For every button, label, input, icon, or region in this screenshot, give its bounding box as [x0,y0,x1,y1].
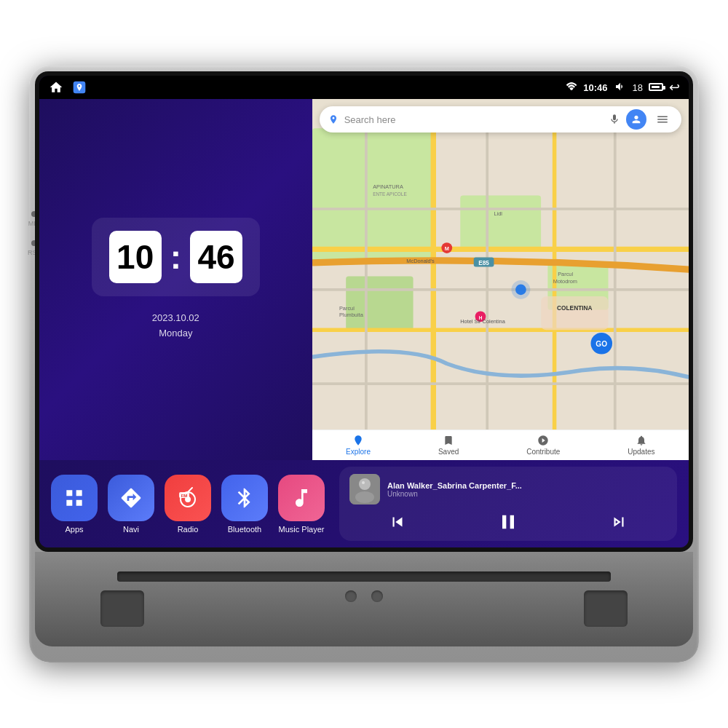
hw-btn-2 [371,590,383,602]
map-search-bar[interactable]: Search here [320,106,681,132]
clock-hours-block: 10 [109,231,162,283]
radio-icon-bubble: FM [165,475,211,521]
apps-label: Apps [65,525,83,534]
next-button[interactable] [609,513,628,531]
svg-text:GO: GO [596,340,607,348]
navi-icon-bubble [108,475,154,521]
clock-hours: 10 [116,240,154,274]
apps-icon-item[interactable]: Apps [51,475,98,534]
clock-widget: 10 : 46 [92,218,260,296]
hardware-buttons-row [100,590,627,627]
svg-point-35 [362,481,365,484]
apps-icon-bubble [51,475,98,521]
radio-icon-item[interactable]: FM Radio [165,475,211,534]
left-bracket [100,590,144,627]
music-icon-bubble [278,475,325,521]
hw-btn-1 [345,590,357,602]
svg-text:Motodrom: Motodrom [553,278,577,285]
music-icon-item[interactable]: Music Player [278,475,325,534]
map-tab-saved[interactable]: Saved [438,435,459,456]
time-display: 10:46 [583,82,607,93]
status-right: 10:46 18 ↩ [566,79,680,95]
date-display: 2023.10.02 Monday [152,311,199,341]
music-info: Alan Walker_Sabrina Carpenter_F... Unkno… [349,474,667,505]
music-title: Alan Walker_Sabrina Carpenter_F... [387,481,667,490]
bluetooth-label: Bluetooth [228,525,261,534]
explore-tab-label: Explore [346,448,371,456]
music-artist: Unknown [387,490,667,498]
svg-line-29 [188,488,192,492]
left-panel: 10 : 46 2023.10.02 Monday [39,99,312,460]
screen-bezel: 10:46 18 ↩ [35,71,693,552]
map-search-text: Search here [344,114,603,125]
right-bracket [584,590,628,627]
google-maps-pin-icon [328,114,339,124]
day-value: Monday [152,326,199,341]
svg-text:Parcul: Parcul [558,271,573,277]
volume-icon [614,81,627,95]
navi-label: Navi [123,525,139,534]
prev-button[interactable] [388,513,407,531]
music-controls [349,510,667,534]
map-svg: E85 COLENTINA M H [312,99,689,460]
screen: 10:46 18 ↩ [39,76,689,547]
bottom-section: Apps Navi [39,460,689,547]
map-tab-contribute[interactable]: Contribute [526,435,560,456]
music-text: Alan Walker_Sabrina Carpenter_F... Unkno… [387,481,667,498]
cd-slot [117,571,611,582]
user-avatar[interactable] [626,109,646,130]
svg-point-33 [359,478,371,490]
svg-point-34 [355,491,374,503]
wifi-icon [566,82,577,94]
navi-icon-item[interactable]: Navi [108,475,154,534]
svg-point-24 [511,280,530,299]
status-left [48,79,87,95]
svg-text:COLENTINA: COLENTINA [557,304,592,312]
svg-text:M: M [444,245,448,252]
svg-text:ENTE APICOLE: ENTE APICOLE [373,191,407,197]
hardware-bottom [35,552,693,646]
music-label: Music Player [279,525,325,534]
saved-tab-label: Saved [438,448,459,456]
app-icons-row: Apps Navi [51,475,325,534]
settings-icon[interactable] [652,109,673,130]
date-value: 2023.10.02 [152,311,199,326]
bluetooth-icon-bubble [221,475,268,521]
svg-text:Lidl: Lidl [494,210,502,217]
right-panel: E85 COLENTINA M H [312,99,689,460]
clock-colon: : [170,237,181,277]
svg-text:FM: FM [181,494,188,498]
updates-tab-label: Updates [628,448,654,456]
hw-middle-buttons [345,590,383,627]
battery-icon-container [649,82,663,93]
svg-text:Parcul: Parcul [339,305,355,312]
svg-rect-4 [346,276,413,330]
radio-label: Radio [178,525,199,534]
svg-text:E85: E85 [478,259,489,266]
car-head-unit: MIC RST [29,66,699,662]
svg-text:Hotel Sir Colentina: Hotel Sir Colentina [460,318,505,325]
map-pin-icon[interactable] [71,79,87,95]
bluetooth-icon-item[interactable]: Bluetooth [221,475,268,534]
clock-minutes: 46 [197,240,234,274]
svg-text:APINATURA: APINATURA [373,183,403,190]
svg-text:Plumbuita: Plumbuita [339,312,364,318]
contribute-tab-label: Contribute [526,448,560,456]
map-tab-updates[interactable]: Updates [628,435,654,456]
map-container[interactable]: E85 COLENTINA M H [312,99,689,460]
map-tab-explore[interactable]: Explore [346,435,371,456]
clock-minutes-block: 46 [190,231,242,283]
home-icon[interactable] [48,79,64,95]
back-icon[interactable]: ↩ [669,79,680,95]
music-player-widget: Alan Walker_Sabrina Carpenter_F... Unkno… [339,467,677,541]
play-pause-button[interactable] [496,510,520,534]
album-art [349,474,380,505]
svg-text:McDonald's: McDonald's [406,258,435,264]
svg-rect-3 [460,196,541,250]
mic-search-icon [609,114,620,125]
map-bottom-bar: Explore Saved Contribute [312,430,689,460]
status-bar: 10:46 18 ↩ [39,76,689,99]
volume-level: 18 [633,82,643,93]
svg-rect-8 [541,296,608,330]
main-content: 10 : 46 2023.10.02 Monday [39,99,689,460]
